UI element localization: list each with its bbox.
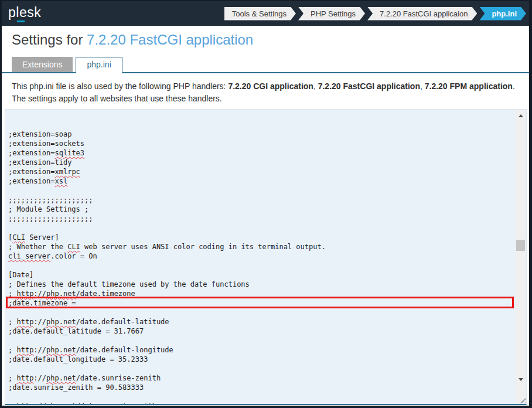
php-ini-editor[interactable]: ;extension=soap;extension=sockets;extens… (5, 109, 527, 405)
misspelled-word: CLI (67, 243, 80, 251)
code-line: [Date] (8, 270, 513, 280)
header: plesk Tools & SettingsPHP Settings7.2.20… (2, 1, 529, 26)
scroll-up-button[interactable] (516, 111, 526, 120)
code-line: ; Whether the CLI web server uses ANSI c… (8, 242, 513, 251)
breadcrumb-item-tools-settings[interactable]: Tools & Settings (224, 7, 296, 21)
breadcrumb-item-7-2-20-fastcgi-applicaion[interactable]: 7.2.20 FastCGI applicaion (367, 7, 477, 21)
code-line: ;extension=xmlrpc (8, 167, 513, 176)
tab-extensions[interactable]: Extensions (12, 57, 73, 72)
misspelled-word: php.net (46, 374, 76, 382)
tab-bar: Extensionsphp.ini (2, 57, 529, 73)
breadcrumb-item-php-ini[interactable]: php.ini (479, 7, 526, 21)
code-line: ; http://php.net/date.default-latitude (8, 317, 513, 327)
misspelled-word: php.net (46, 290, 76, 298)
code-line (8, 364, 513, 373)
code-line: [CLI Server] (8, 233, 513, 242)
description: This php.ini file is also used by the fo… (12, 80, 517, 105)
code-line: ; http://php.net/date.sunrise-zenith (8, 373, 513, 383)
code-line: ;extension=xsl (8, 176, 513, 186)
code-line: ;date.sunrise_zenith = 90.583333 (8, 383, 513, 392)
scroll-down-button[interactable] (516, 375, 526, 384)
plesk-logo[interactable]: plesk (8, 4, 41, 23)
page-title-app-name: 7.2.20 FastCGI application (87, 32, 253, 47)
code-line (8, 223, 513, 233)
code-line (8, 336, 513, 345)
misspelled-word: http (16, 290, 33, 298)
code-line: ;date.default_longitude = 35.2333 (8, 355, 513, 364)
code-line: ; http://php.net/date.sunset-zenith (8, 402, 513, 405)
misspelled-word: php.net (46, 318, 76, 326)
code-line: cli_server.color = On (8, 251, 513, 261)
plesk-window: plesk Tools & SettingsPHP Settings7.2.20… (0, 0, 532, 408)
misspelled-word: http (16, 346, 33, 354)
main-content: Settings for 7.2.20 FastCGI application … (2, 31, 529, 405)
code-line (8, 261, 513, 270)
php-handler-name: 7.2.20 CGI application (228, 81, 313, 91)
code-line: ; http://php.net/date.default-longitude (8, 345, 513, 355)
code-line: ;date.default_latitude = 31.7667 (8, 327, 513, 336)
code-line: ;extension=tidy (8, 158, 513, 167)
misspelled-word: php.net (46, 346, 76, 354)
php-handler-name: 7.2.20 FastCGI application (318, 81, 420, 91)
code-line (8, 308, 513, 317)
breadcrumb: Tools & SettingsPHP Settings7.2.20 FastC… (224, 7, 526, 21)
misspelled-word: sqlite3 (54, 149, 84, 157)
code-line (8, 186, 513, 195)
misspelled-word: http (16, 318, 33, 326)
misspelled-word: cli_server (8, 252, 50, 260)
misspelled-word: http (16, 374, 33, 382)
scroll-up-icon (519, 114, 523, 117)
misspelled-word: xmlrpc (54, 168, 80, 176)
php-ini-code: ;extension=soap;extension=sockets;extens… (8, 130, 513, 405)
page-title: Settings for 7.2.20 FastCGI application (12, 31, 519, 49)
scrollbar-thumb[interactable] (516, 240, 525, 251)
code-line: ; Module Settings ; (8, 205, 513, 214)
code-line: ;;;;;;;;;;;;;;;;;;;; (8, 195, 513, 205)
code-line (8, 392, 513, 402)
tab-php-ini[interactable]: php.ini (76, 57, 122, 73)
code-line: ; http://php.net/date.timezone (8, 289, 513, 298)
code-line: ;;;;;;;;;;;;;;;;;;;; (8, 214, 513, 223)
code-line: ;extension=soap (8, 130, 513, 139)
misspelled-word: php.net (46, 402, 76, 405)
misspelled-word: CLI (12, 233, 25, 242)
code-line-highlighted: ;date.timezone = (8, 298, 513, 308)
code-line: ;extension=sqlite3 (8, 148, 513, 158)
misspelled-word: xsl (54, 177, 67, 185)
page-title-prefix: Settings for (12, 32, 87, 47)
misspelled-word: http (16, 402, 33, 405)
code-line: ;extension=sockets (8, 139, 513, 148)
breadcrumb-item-php-settings[interactable]: PHP Settings (298, 7, 365, 21)
scrollbar[interactable] (516, 110, 526, 403)
php-handler-name: 7.2.20 FPM application (425, 81, 513, 91)
code-line: ; Defines the default timezone used by t… (8, 280, 513, 289)
scroll-down-icon (519, 378, 523, 381)
